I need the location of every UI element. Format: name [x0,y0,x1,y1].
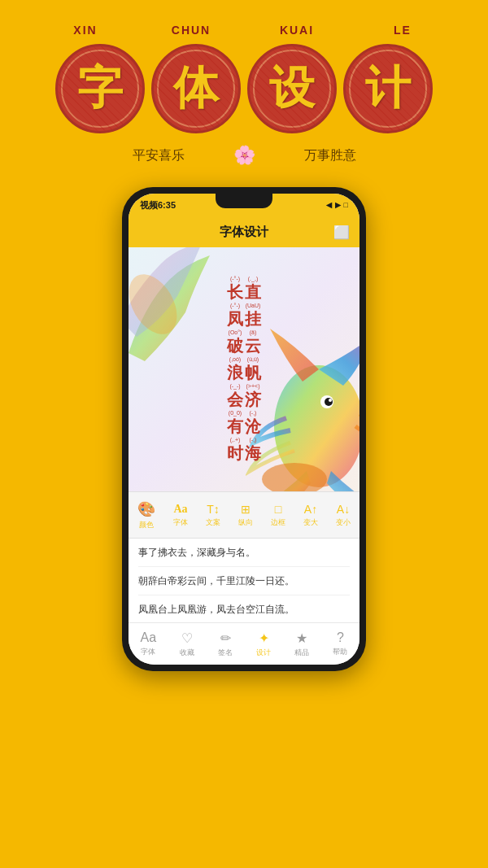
toolbar-font[interactable]: Aa 字体 [173,503,188,528]
nav-help-icon: ? [337,630,344,645]
toolbar-border[interactable]: □ 边框 [271,503,285,528]
char-ji: 计 [343,44,433,133]
content-area: (-°-) 长 (-°-) 凤 (Oo°) 破 (,oó) 浪 (-_-) 会 … [129,247,359,622]
nav-help[interactable]: ? 帮助 [333,630,347,657]
toolbar-vertical[interactable]: ⊞ 纵向 [238,503,253,528]
app-bar: 字体设计 ⬜ [129,216,359,247]
smaller-icon: A↓ [337,503,350,516]
pinyin-le: LE [350,23,455,37]
app-title: 字体设计 [220,225,268,240]
nav-design[interactable]: ✦ 设计 [256,630,271,658]
nav-favorites[interactable]: ♡ 收藏 [180,630,194,658]
pinyin-kuai: KUAI [244,23,350,37]
poem-col1: (-°-) 长 (-°-) 凤 (Oo°) 破 (,oó) 浪 (-_-) 会 … [227,276,243,463]
toolbar: 🎨 颜色 Aa 字体 T↕ 文案 ⊞ 纵向 [129,491,359,539]
text-icon: T↕ [207,503,220,516]
toolbar-bigger[interactable]: A↑ 变大 [303,503,318,528]
color-icon: 🎨 [137,500,155,518]
nav-font[interactable]: Aa 字体 [141,630,157,657]
top-header: XIN CHUN KUAI LE 字 体 设 计 平安喜乐 🌸 [0,0,488,179]
vertical-icon: ⊞ [241,503,251,516]
list-item[interactable]: 凤凰台上凤凰游，凤去台空江自流。 [138,595,350,622]
poster-preview: (-°-) 长 (-°-) 凤 (Oo°) 破 (,oó) 浪 (-_-) 会 … [129,247,359,491]
text-list: 事了拂衣去，深藏身与名。 朝辞白帝彩云间，千里江陵一日还。 凤凰台上凤凰游，凤去… [129,539,359,622]
list-item[interactable]: 朝辞白帝彩云间，千里江陵一日还。 [138,567,350,595]
phone-container: 视频6:35 ◀ ▶ □ 字体设计 ⬜ [0,187,488,671]
bigger-icon: A↑ [304,503,317,516]
character-row: 字 体 设 计 [16,44,472,133]
nav-favorites-icon: ♡ [181,630,193,646]
char-zi: 字 [55,44,145,133]
toolbar-smaller[interactable]: A↓ 变小 [336,503,351,528]
list-item[interactable]: 事了拂衣去，深藏身与名。 [138,539,350,567]
toolbar-color[interactable]: 🎨 颜色 [137,500,155,530]
pinyin-chun: CHUN [138,23,244,37]
nav-premium-icon: ★ [296,630,307,646]
pinyin-xin: XIN [33,23,138,37]
art-right [246,321,359,491]
svg-point-4 [329,399,332,402]
border-icon: □ [275,503,281,516]
char-she: 设 [247,44,337,133]
phone-inner: 视频6:35 ◀ ▶ □ 字体设计 ⬜ [129,194,359,665]
font-icon: Aa [173,503,187,516]
svg-point-3 [325,398,333,406]
art-left [129,247,218,361]
phone-notch [216,194,272,208]
phone-mockup: 视频6:35 ◀ ▶ □ 字体设计 ⬜ [122,187,366,671]
subtitle-right: 万事胜意 [304,147,356,164]
subtitle-row: 平安喜乐 🌸 万事胜意 [16,145,472,166]
poem-col2: (._,) 直 (UaU) 挂 (â) 云 (ù,ù) 帆 (>+<) 济 (-… [245,276,261,463]
nav-design-icon: ✦ [259,630,269,646]
share-icon[interactable]: ⬜ [333,225,350,240]
status-time: 视频6:35 [140,199,176,212]
status-icons: ◀ ▶ □ [326,201,348,209]
poem-display: (-°-) 长 (-°-) 凤 (Oo°) 破 (,oó) 浪 (-_-) 会 … [227,276,261,463]
nav-sign[interactable]: ✏ 签名 [218,630,233,658]
flower-icon: 🌸 [233,145,255,166]
nav-font-icon: Aa [141,630,157,645]
subtitle-left: 平安喜乐 [133,147,185,164]
char-ti: 体 [151,44,241,133]
bottom-nav: Aa 字体 ♡ 收藏 ✏ 签名 ✦ 设计 ★ 精品 [129,622,359,665]
nav-premium[interactable]: ★ 精品 [294,630,309,658]
nav-sign-icon: ✏ [220,630,231,646]
pinyin-row: XIN CHUN KUAI LE [16,23,472,37]
toolbar-text[interactable]: T↕ 文案 [206,503,220,528]
